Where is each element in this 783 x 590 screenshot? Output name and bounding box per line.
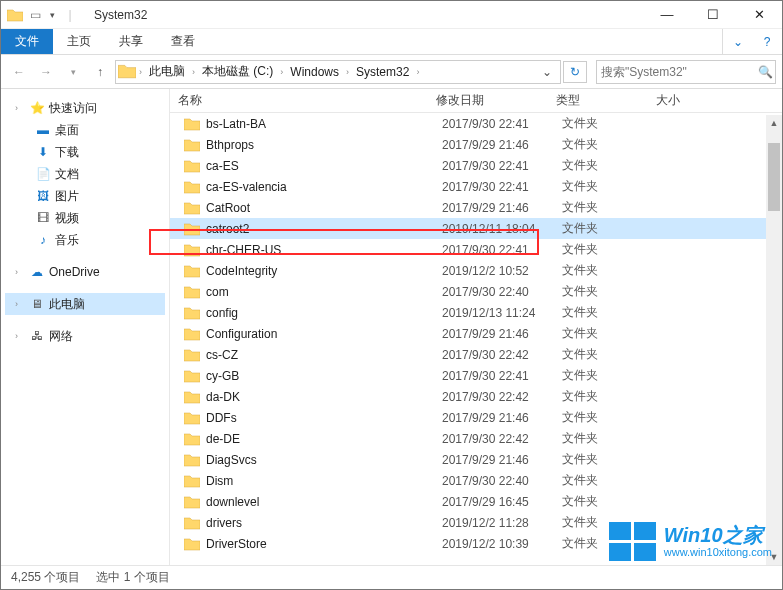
file-date: 2019/12/11 18:04 <box>442 222 562 236</box>
file-name: da-DK <box>206 390 442 404</box>
refresh-button[interactable]: ↻ <box>563 61 587 83</box>
column-header-name[interactable]: 名称 <box>178 92 436 109</box>
file-name: CatRoot <box>206 201 442 215</box>
status-item-count: 4,255 个项目 <box>11 569 80 586</box>
close-button[interactable]: ✕ <box>736 1 782 29</box>
file-type: 文件夹 <box>562 115 662 132</box>
column-header-date[interactable]: 修改日期 <box>436 92 556 109</box>
file-type: 文件夹 <box>562 178 662 195</box>
table-row[interactable]: Bthprops2017/9/29 21:46文件夹 <box>170 134 782 155</box>
chevron-right-icon[interactable]: › <box>279 67 284 77</box>
table-row[interactable]: downlevel2017/9/29 16:45文件夹 <box>170 491 782 512</box>
search-icon[interactable]: 🔍 <box>755 65 775 79</box>
table-row[interactable]: Dism2017/9/30 22:40文件夹 <box>170 470 782 491</box>
table-row[interactable]: config2019/12/13 11:24文件夹 <box>170 302 782 323</box>
sidebar-item-onedrive[interactable]: ›☁OneDrive <box>5 261 165 283</box>
folder-icon <box>184 243 200 257</box>
file-date: 2017/9/30 22:40 <box>442 285 562 299</box>
status-bar: 4,255 个项目 选中 1 个项目 <box>1 565 782 589</box>
quick-access-toolbar: ▭ ▾ | <box>1 7 84 23</box>
folder-icon <box>184 390 200 404</box>
sidebar-item-this-pc[interactable]: ›🖥此电脑 <box>5 293 165 315</box>
file-type: 文件夹 <box>562 346 662 363</box>
file-name: Bthprops <box>206 138 442 152</box>
breadcrumb[interactable]: 此电脑 <box>145 63 189 80</box>
file-name: DriverStore <box>206 537 442 551</box>
scroll-thumb[interactable] <box>768 143 780 211</box>
column-header-type[interactable]: 类型 <box>556 92 656 109</box>
window-title: System32 <box>94 8 147 22</box>
sidebar-item-documents[interactable]: 📄文档 <box>5 163 165 185</box>
address-dropdown-icon[interactable]: ⌄ <box>536 65 558 79</box>
sidebar-item-desktop[interactable]: ▬桌面 <box>5 119 165 141</box>
forward-button[interactable]: → <box>34 60 58 84</box>
help-icon[interactable]: ? <box>752 29 782 54</box>
back-button[interactable]: ← <box>7 60 31 84</box>
table-row[interactable]: de-DE2017/9/30 22:42文件夹 <box>170 428 782 449</box>
ribbon-expand-icon[interactable]: ⌄ <box>722 29 752 54</box>
table-row[interactable]: cs-CZ2017/9/30 22:42文件夹 <box>170 344 782 365</box>
title-bar: ▭ ▾ | System32 — ☐ ✕ <box>1 1 782 29</box>
file-date: 2017/9/29 21:46 <box>442 453 562 467</box>
file-type: 文件夹 <box>562 430 662 447</box>
recent-dropdown-icon[interactable]: ▾ <box>61 60 85 84</box>
scroll-up-icon[interactable]: ▲ <box>766 115 782 131</box>
breadcrumb[interactable]: Windows <box>286 65 343 79</box>
file-date: 2017/9/29 21:46 <box>442 201 562 215</box>
sidebar-item-videos[interactable]: 🎞视频 <box>5 207 165 229</box>
address-bar[interactable]: › 此电脑 › 本地磁盘 (C:) › Windows › System32 ›… <box>115 60 561 84</box>
tab-view[interactable]: 查看 <box>157 29 209 54</box>
folder-icon <box>184 537 200 551</box>
scrollbar[interactable]: ▲ ▼ <box>766 115 782 565</box>
file-type: 文件夹 <box>562 199 662 216</box>
properties-icon[interactable]: ▭ <box>27 7 43 23</box>
folder-icon <box>118 63 136 81</box>
table-row[interactable]: ca-ES-valencia2017/9/30 22:41文件夹 <box>170 176 782 197</box>
search-box[interactable]: 🔍 <box>596 60 776 84</box>
file-type: 文件夹 <box>562 388 662 405</box>
tab-share[interactable]: 共享 <box>105 29 157 54</box>
maximize-button[interactable]: ☐ <box>690 1 736 29</box>
tab-home[interactable]: 主页 <box>53 29 105 54</box>
search-input[interactable] <box>597 65 755 79</box>
table-row[interactable]: da-DK2017/9/30 22:42文件夹 <box>170 386 782 407</box>
breadcrumb[interactable]: System32 <box>352 65 413 79</box>
minimize-button[interactable]: — <box>644 1 690 29</box>
sidebar-item-label: 网络 <box>49 328 73 345</box>
tab-file[interactable]: 文件 <box>1 29 53 54</box>
column-header-size[interactable]: 大小 <box>656 92 782 109</box>
table-row[interactable]: CatRoot2017/9/29 21:46文件夹 <box>170 197 782 218</box>
sidebar-item-downloads[interactable]: ⬇下载 <box>5 141 165 163</box>
sidebar-item-label: 下载 <box>55 144 79 161</box>
table-row[interactable]: com2017/9/30 22:40文件夹 <box>170 281 782 302</box>
table-row[interactable]: DiagSvcs2017/9/29 21:46文件夹 <box>170 449 782 470</box>
file-date: 2017/9/30 22:41 <box>442 243 562 257</box>
status-selection: 选中 1 个项目 <box>96 569 169 586</box>
computer-icon: 🖥 <box>29 296 45 312</box>
folder-icon <box>184 180 200 194</box>
up-button[interactable]: ↑ <box>88 60 112 84</box>
breadcrumb[interactable]: 本地磁盘 (C:) <box>198 63 277 80</box>
table-row[interactable]: bs-Latn-BA2017/9/30 22:41文件夹 <box>170 113 782 134</box>
qat-dropdown-icon[interactable]: ▾ <box>47 10 58 20</box>
chevron-right-icon[interactable]: › <box>345 67 350 77</box>
chevron-right-icon[interactable]: › <box>191 67 196 77</box>
table-row[interactable]: CodeIntegrity2019/12/2 10:52文件夹 <box>170 260 782 281</box>
chevron-right-icon[interactable]: › <box>138 67 143 77</box>
file-list-pane: 名称 修改日期 类型 大小 bs-Latn-BA2017/9/30 22:41文… <box>169 89 782 567</box>
table-row[interactable]: ca-ES2017/9/30 22:41文件夹 <box>170 155 782 176</box>
table-row[interactable]: DDFs2017/9/29 21:46文件夹 <box>170 407 782 428</box>
folder-icon <box>184 348 200 362</box>
file-name: bs-Latn-BA <box>206 117 442 131</box>
chevron-right-icon[interactable]: › <box>415 67 420 77</box>
watermark-brand: Win10之家 <box>664 524 772 546</box>
sidebar-item-network[interactable]: ›🖧网络 <box>5 325 165 347</box>
table-row[interactable]: cy-GB2017/9/30 22:41文件夹 <box>170 365 782 386</box>
table-row[interactable]: catroot22019/12/11 18:04文件夹 <box>170 218 782 239</box>
sidebar-item-music[interactable]: ♪音乐 <box>5 229 165 251</box>
table-row[interactable]: Configuration2017/9/29 21:46文件夹 <box>170 323 782 344</box>
sidebar-item-quick-access[interactable]: ›⭐快速访问 <box>5 97 165 119</box>
file-type: 文件夹 <box>562 241 662 258</box>
sidebar-item-pictures[interactable]: 🖼图片 <box>5 185 165 207</box>
table-row[interactable]: chr-CHER-US2017/9/30 22:41文件夹 <box>170 239 782 260</box>
